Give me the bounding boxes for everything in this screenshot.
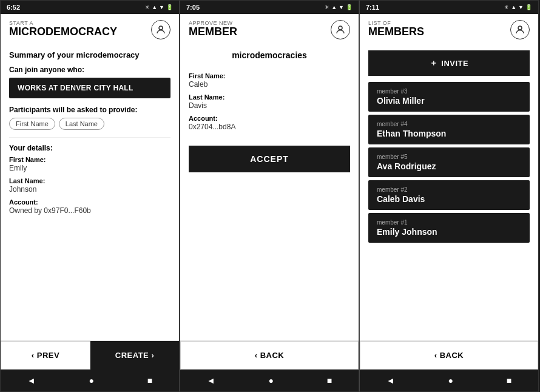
member-card[interactable]: member #5 Ava Rodriguez <box>368 147 530 177</box>
header-main-title: MEMBERS <box>368 26 424 38</box>
back-btn-2[interactable]: ‹ BACK <box>180 341 359 370</box>
center-label: microdemocracies <box>189 50 350 60</box>
criteria-box: WORKS AT DENVER CITY HALL <box>9 78 170 98</box>
field-label: First Name: <box>9 156 170 163</box>
tags-row: First NameLast Name <box>9 118 170 130</box>
svg-point-0 <box>159 26 163 30</box>
member-name: Ethan Thompson <box>377 129 521 138</box>
your-details-label: Your details: <box>9 144 170 152</box>
battery-icon: 🔋 <box>166 4 173 10</box>
participants-label: Participants will be asked to provide: <box>9 106 170 114</box>
back-nav-icon[interactable]: ◄ <box>207 376 215 385</box>
tag: Last Name <box>59 118 104 130</box>
bottom-nav: ◄●■ <box>1 370 179 391</box>
status-icons: ✳ ▲ ▼ 🔋 <box>504 4 532 10</box>
summary-title: Summary of your microdemocracy <box>9 50 170 59</box>
home-nav-icon[interactable]: ● <box>89 376 93 385</box>
wifi-icon: ▲ <box>152 4 157 10</box>
accept-button[interactable]: ACCEPT <box>189 146 350 172</box>
header-main-title: MICRODEMOCRACY <box>9 26 117 38</box>
tag: First Name <box>9 118 55 130</box>
screen-1: 6:52 ✳ ▲ ▼ 🔋 START A MICRODEMOCRACY Summ… <box>0 0 180 392</box>
back-nav-icon[interactable]: ◄ <box>27 376 36 385</box>
screen-content: LIST OF MEMBERS ＋ INVITE member #3 Olivi… <box>360 14 538 370</box>
battery-icon: 🔋 <box>525 4 532 10</box>
field-label: First Name: <box>189 72 350 79</box>
avatar-button[interactable] <box>331 20 350 39</box>
member-number: member #4 <box>377 121 521 127</box>
person-icon <box>335 24 346 35</box>
screen-body: ＋ INVITE member #3 Olivia Miller member … <box>360 44 538 340</box>
field-value: 0x2704...bd8A <box>189 123 350 131</box>
recents-nav-icon[interactable]: ■ <box>507 376 511 385</box>
bluetooth-icon: ✳ <box>504 4 509 10</box>
member-number: member #3 <box>377 88 521 95</box>
bluetooth-icon: ✳ <box>145 4 150 10</box>
member-card[interactable]: member #1 Emily Johnson <box>368 213 530 243</box>
field-label: Last Name: <box>189 93 350 101</box>
field-label: Account: <box>9 198 170 206</box>
field-value: Davis <box>189 101 350 110</box>
wifi-icon: ▲ <box>331 4 337 10</box>
home-nav-icon[interactable]: ● <box>448 376 453 385</box>
recents-nav-icon[interactable]: ■ <box>147 376 152 385</box>
home-nav-icon[interactable]: ● <box>268 376 273 385</box>
create-btn[interactable]: CREATE › <box>90 341 179 370</box>
person-icon <box>515 24 525 35</box>
header-text: START A MICRODEMOCRACY <box>9 20 117 38</box>
wifi-icon: ▲ <box>511 4 516 10</box>
screen-3: 7:11 ✳ ▲ ▼ 🔋 LIST OF MEMBERS ＋ INVITE me… <box>359 0 539 392</box>
status-time: 7:11 <box>366 4 379 11</box>
member-name: Olivia Miller <box>377 96 521 106</box>
back-nav-icon[interactable]: ◄ <box>386 376 395 385</box>
header-text: APPROVE NEW MEMBER <box>189 20 237 38</box>
back-btn-3[interactable]: ‹ BACK <box>360 341 538 370</box>
join-label: Can join anyone who: <box>9 66 170 74</box>
avatar-button[interactable] <box>151 20 170 39</box>
status-icons: ✳ ▲ ▼ 🔋 <box>325 4 353 10</box>
person-icon <box>155 24 166 35</box>
recents-nav-icon[interactable]: ■ <box>327 376 332 385</box>
screen-header: APPROVE NEW MEMBER <box>180 14 359 44</box>
screen-body: microdemocracies First Name: Caleb Last … <box>180 44 359 340</box>
field-label: Last Name: <box>9 177 170 184</box>
member-name: Ava Rodriguez <box>377 161 521 171</box>
plus-icon: ＋ <box>430 58 438 69</box>
signal-icon: ▼ <box>518 4 524 10</box>
invite-button[interactable]: ＋ INVITE <box>368 50 530 76</box>
screen-content: START A MICRODEMOCRACY Summary of your m… <box>1 14 179 370</box>
screen-header: START A MICRODEMOCRACY <box>1 14 179 44</box>
svg-point-1 <box>339 26 342 30</box>
divider <box>9 137 170 138</box>
screen-content: APPROVE NEW MEMBER microdemocracies Firs… <box>180 14 359 370</box>
action-bar: ‹ BACK <box>360 340 538 370</box>
field-value: Owned by 0x97F0...F60b <box>9 206 170 215</box>
member-card[interactable]: member #3 Olivia Miller <box>368 82 530 112</box>
battery-icon: 🔋 <box>346 4 353 10</box>
field-value: Johnson <box>9 185 170 194</box>
prev-btn[interactable]: ‹ PREV <box>1 341 90 370</box>
member-number: member #1 <box>377 219 521 226</box>
status-time: 6:52 <box>7 4 20 11</box>
member-card[interactable]: member #2 Caleb Davis <box>368 180 530 210</box>
avatar-button[interactable] <box>510 20 530 39</box>
field-value: Emily <box>9 164 170 172</box>
member-name: Emily Johnson <box>377 227 521 237</box>
signal-icon: ▼ <box>339 4 344 10</box>
bottom-nav: ◄●■ <box>360 370 538 391</box>
member-card[interactable]: member #4 Ethan Thompson <box>368 115 530 144</box>
member-number: member #2 <box>377 186 521 193</box>
field-value: Caleb <box>189 80 350 89</box>
invite-label: INVITE <box>441 59 468 68</box>
svg-point-2 <box>518 26 522 30</box>
action-bar: ‹ PREVCREATE › <box>1 340 179 370</box>
screens-container: 6:52 ✳ ▲ ▼ 🔋 START A MICRODEMOCRACY Summ… <box>0 0 540 392</box>
status-bar: 7:11 ✳ ▲ ▼ 🔋 <box>360 1 538 14</box>
bluetooth-icon: ✳ <box>325 4 329 10</box>
status-icons: ✳ ▲ ▼ 🔋 <box>145 4 173 10</box>
action-bar: ‹ BACK <box>180 340 359 370</box>
screen-2: 7:05 ✳ ▲ ▼ 🔋 APPROVE NEW MEMBER microdem… <box>180 0 359 392</box>
header-main-title: MEMBER <box>189 26 237 38</box>
member-number: member #5 <box>377 154 521 160</box>
field-label: Account: <box>189 115 350 122</box>
